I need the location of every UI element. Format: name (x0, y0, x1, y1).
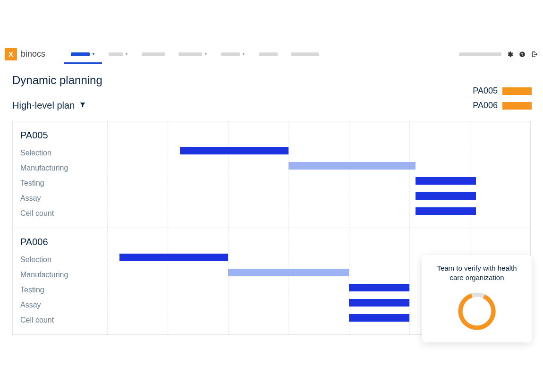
gantt-bar[interactable] (119, 254, 228, 261)
filter-icon[interactable] (79, 102, 86, 110)
gantt-row-label: Manufacturing (13, 271, 107, 279)
topbar: X binocs ▼▼▼▼ ? (5, 45, 538, 63)
gantt-row-label: Selection (13, 256, 107, 264)
nav-item-4[interactable]: ▼ (214, 45, 252, 63)
legend-row-0: PA005 (473, 86, 532, 96)
gantt-bars (107, 146, 530, 221)
svg-text:?: ? (521, 52, 524, 56)
chevron-down-icon: ▼ (92, 52, 95, 56)
progress-card-title: Team to verify with health care organiza… (432, 264, 522, 283)
gantt-row-label: Assay (13, 194, 107, 203)
gear-icon[interactable] (506, 51, 514, 58)
nav-pill (142, 52, 165, 56)
brand-logo: X (5, 48, 17, 60)
gantt-bar[interactable] (416, 192, 476, 200)
gantt-bar[interactable] (349, 299, 409, 307)
subtitle-row: High-level plan (12, 100, 86, 111)
gantt-bar[interactable] (416, 207, 476, 215)
gantt-bar[interactable] (349, 314, 409, 322)
legend-swatch (502, 102, 532, 110)
gantt-bar[interactable] (349, 284, 409, 291)
gantt-row-label: Cell count (13, 316, 107, 324)
subtitle: High-level plan (12, 100, 75, 111)
nav-pill (109, 52, 123, 56)
gantt-bar[interactable] (228, 269, 349, 276)
topbar-right: ? (459, 51, 538, 58)
progress-card: Team to verify with health care organiza… (422, 255, 532, 342)
gantt-bar[interactable] (416, 177, 476, 185)
nav-item-6[interactable] (284, 45, 326, 63)
gantt-row-label: Assay (13, 301, 107, 309)
logout-icon[interactable] (531, 51, 538, 58)
page-title: Dynamic planning (12, 74, 102, 87)
nav-pill (259, 52, 278, 56)
legend-label: PA006 (473, 101, 498, 111)
chevron-down-icon: ▼ (242, 52, 246, 56)
legend-label: PA005 (473, 86, 498, 96)
chevron-down-icon: ▼ (204, 52, 208, 56)
legend-row-1: PA006 (473, 101, 532, 111)
nav-pill (291, 52, 319, 56)
gantt-row-label: Manufacturing (13, 164, 107, 172)
gantt-row-label: Testing (13, 286, 107, 294)
help-icon[interactable]: ? (518, 51, 526, 58)
progress-donut (455, 290, 499, 333)
nav-pill (221, 52, 240, 56)
gantt-row-label: Testing (13, 179, 107, 187)
nav-pill (71, 52, 90, 56)
nav-item-0[interactable]: ▼ (64, 45, 102, 63)
nav-item-1[interactable]: ▼ (102, 45, 135, 63)
legend-swatch (502, 87, 532, 95)
gantt-row-label: Selection (13, 149, 107, 157)
brand-name: binocs (21, 49, 45, 59)
topbar-placeholder (459, 52, 501, 56)
legend: PA005PA006 (473, 86, 532, 111)
gantt-bar[interactable] (288, 162, 416, 170)
gantt-bar[interactable] (180, 147, 288, 154)
chevron-down-icon: ▼ (125, 52, 128, 56)
gantt-row-label: Cell count (13, 209, 107, 218)
nav-pill (178, 52, 202, 56)
nav-item-2[interactable] (135, 45, 172, 63)
gantt-group-PA005: PA005SelectionManufacturingTestingAssayC… (13, 121, 530, 228)
nav-item-5[interactable] (252, 45, 284, 63)
nav-item-3[interactable]: ▼ (172, 45, 214, 63)
